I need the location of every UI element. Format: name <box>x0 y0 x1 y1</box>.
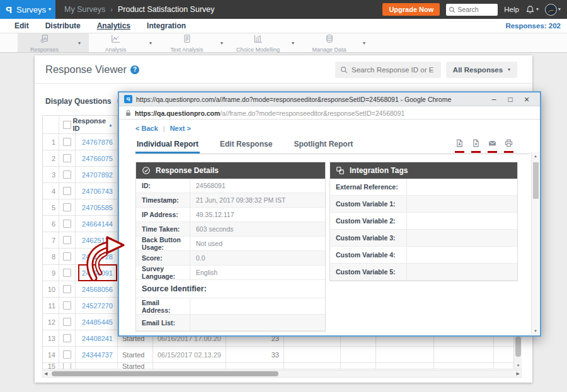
field-value: 21 Jun, 2017 09:38:32 PM IST <box>190 193 325 207</box>
detail-row: IP Address:49.35.12.117 <box>136 208 325 222</box>
help-icon[interactable]: ? <box>130 65 139 74</box>
tab-edit-response[interactable]: Edit Response <box>219 137 273 154</box>
field-value: 49.35.12.117 <box>190 208 325 221</box>
scroll-left-icon[interactable]: ◀ <box>44 371 47 376</box>
pdf-export-button[interactable] <box>455 138 464 153</box>
vertical-scroll-thumb[interactable] <box>515 337 521 357</box>
response-details-title: Response Details <box>156 166 219 175</box>
maximize-button[interactable]: □ <box>502 93 518 106</box>
row-checkbox[interactable] <box>63 301 71 310</box>
export-actions <box>455 138 513 153</box>
table-horizontal-scrollbar[interactable]: ◀ ▶ <box>42 370 522 378</box>
toolbar-caret-responses[interactable]: ▾ <box>71 40 88 46</box>
minimize-button[interactable]: – <box>486 93 502 106</box>
table-cell <box>59 134 76 150</box>
toolbar-item-text-analysis[interactable]: Text Analysis <box>160 33 214 53</box>
page-title-text: Response Viewer <box>45 64 127 76</box>
row-checkbox[interactable] <box>63 252 71 260</box>
row-checkbox[interactable] <box>63 350 71 359</box>
popup-scrollbar[interactable]: ▴ ▾ <box>531 152 539 335</box>
upgrade-now-button[interactable]: Upgrade Now <box>382 3 440 16</box>
popup-scroll-thumb[interactable] <box>533 162 539 199</box>
responses-count[interactable]: Responses: 202 <box>505 22 561 30</box>
toolbar-caret-manage-data[interactable]: ▾ <box>356 40 372 46</box>
response-id-link[interactable]: 24706743 <box>76 183 118 199</box>
menubar-item-analytics[interactable]: Analytics <box>97 21 130 30</box>
response-search-box[interactable] <box>335 62 441 78</box>
account-menu[interactable]: ▾ <box>545 4 561 16</box>
response-id-link[interactable]: 24485445 <box>76 314 118 330</box>
scroll-down-icon[interactable]: ▾ <box>532 328 539 333</box>
response-id-link[interactable]: 24767876 <box>76 134 118 150</box>
menubar-item-distribute[interactable]: Distribute <box>45 21 81 30</box>
breadcrumb: My Surveys › Product Satisfaction Survey <box>64 5 215 14</box>
detail-row: ID:24568091 <box>136 179 325 193</box>
scroll-down-icon[interactable]: ▾ <box>514 363 522 368</box>
response-id-link[interactable]: 24766075 <box>76 150 118 166</box>
response-id-link[interactable]: 24625131 <box>76 232 118 248</box>
toolbar-item-analysis[interactable]: Analysis <box>89 33 142 53</box>
back-link[interactable]: < Back <box>135 125 158 132</box>
scroll-up-icon[interactable]: ▴ <box>532 154 539 159</box>
notifications-menu[interactable]: ▾ <box>525 5 539 14</box>
toolbar-caret-choice-modelling[interactable]: ▾ <box>285 40 301 46</box>
toolbar-item-choice-modelling[interactable]: Choice Modelling <box>231 33 285 53</box>
response-id-link[interactable]: 24344737 <box>76 347 118 362</box>
response-id-link[interactable]: 24614728 <box>76 249 118 264</box>
response-id-column-header[interactable]: Response ID▲ <box>76 116 118 133</box>
toolbar-item-manage-data[interactable]: Manage Data <box>302 33 356 53</box>
help-link[interactable]: Help <box>504 6 519 13</box>
row-checkbox[interactable] <box>63 334 71 342</box>
field-value: 603 seconds <box>190 222 325 236</box>
response-id-link[interactable]: 24664144 <box>76 216 118 232</box>
select-all-checkbox[interactable] <box>63 121 71 129</box>
scroll-right-icon[interactable]: ▶ <box>517 371 520 376</box>
manage-data-icon <box>324 34 335 46</box>
toolbar-item-responses[interactable]: Responses <box>18 33 71 53</box>
menubar-item-integration[interactable]: Integration <box>147 21 186 30</box>
row-checkbox[interactable] <box>63 138 71 146</box>
response-id-link[interactable]: 24527270 <box>76 298 118 313</box>
row-checkbox[interactable] <box>63 154 71 162</box>
next-link[interactable]: Next > <box>170 125 191 132</box>
print-button[interactable] <box>504 138 513 153</box>
window-titlebar[interactable]: P https://qa.questionpro.com/a//frame.do… <box>119 92 540 106</box>
response-id-link[interactable]: 24707892 <box>76 167 118 182</box>
row-checkbox[interactable] <box>63 203 71 211</box>
breadcrumb-my-surveys[interactable]: My Surveys <box>64 5 105 14</box>
row-checkbox[interactable] <box>63 236 71 244</box>
toolbar-group-manage-data: Manage Data▾ <box>302 33 374 52</box>
response-id-link[interactable] <box>76 363 118 369</box>
integration-tags-header: Integration Tags <box>330 162 517 179</box>
field-value: 0.0 <box>190 251 325 265</box>
row-checkbox[interactable] <box>63 220 71 228</box>
toolbar-caret-text-analysis[interactable]: ▾ <box>214 40 230 46</box>
response-search-input[interactable] <box>352 66 433 74</box>
row-checkbox[interactable] <box>63 187 71 195</box>
global-search-input[interactable] <box>457 6 495 13</box>
url-path: /a//frame.do?mode=responseeditor&respons… <box>220 109 404 117</box>
toolbar-caret-analysis[interactable]: ▾ <box>142 40 159 46</box>
menubar-item-edit[interactable]: Edit <box>14 21 29 30</box>
response-id-link[interactable]: 24705585 <box>76 199 118 215</box>
row-checkbox[interactable] <box>63 363 71 369</box>
row-checkbox[interactable] <box>63 318 71 326</box>
tab-individual-report[interactable]: Individual Report <box>135 137 200 154</box>
excel-export-button[interactable] <box>471 138 481 153</box>
row-checkbox[interactable] <box>63 269 71 277</box>
response-filter-dropdown[interactable]: All Responses ▾ <box>446 62 517 78</box>
horizontal-scroll-thumb[interactable] <box>52 371 278 376</box>
row-checkbox[interactable] <box>63 285 71 293</box>
global-search-box[interactable] <box>446 4 498 16</box>
product-menu-surveys[interactable]: Surveys ▾ <box>16 5 51 14</box>
response-id-link[interactable]: 24408241 <box>76 330 118 346</box>
close-button[interactable]: × <box>518 93 535 106</box>
tab-spotlight-report[interactable]: Spotlight Report <box>292 137 354 154</box>
email-export-button[interactable] <box>488 138 497 153</box>
table-cell <box>434 347 494 362</box>
response-id-link[interactable]: 24568056 <box>76 281 118 297</box>
row-checkbox[interactable] <box>63 171 71 179</box>
survey-menubar: EditDistributeAnalyticsIntegration Respo… <box>0 19 567 33</box>
table-cell <box>153 363 226 369</box>
sort-asc-icon[interactable]: ▲ <box>108 123 113 127</box>
